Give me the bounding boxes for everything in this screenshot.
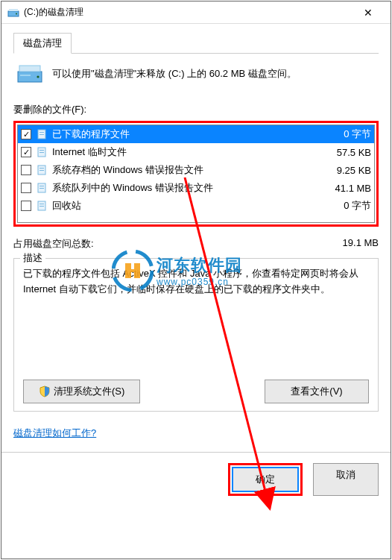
description-group: 描述 已下载的程序文件包括 ActiveX 控件和 Java 小程序，你查看特定… <box>13 258 379 412</box>
tab-strip: 磁盘清理 <box>13 33 379 54</box>
description-text: 已下载的程序文件包括 ActiveX 控件和 Java 小程序，你查看特定网页时… <box>23 266 369 298</box>
file-icon <box>36 164 48 176</box>
file-list[interactable]: ✓已下载的程序文件0 字节✓Internet 临时文件57.5 KB系统存档的 … <box>17 125 375 223</box>
drive-icon <box>7 7 19 19</box>
file-name: 系统存档的 Windows 错误报告文件 <box>52 163 319 177</box>
svg-rect-4 <box>19 66 40 72</box>
ok-button[interactable]: 确定 <box>232 467 299 492</box>
description-legend: 描述 <box>20 251 45 265</box>
file-size: 0 字节 <box>319 199 371 213</box>
view-files-button[interactable]: 查看文件(V) <box>265 380 369 403</box>
svg-rect-1 <box>9 9 18 11</box>
files-label: 要删除的文件(F): <box>13 103 379 116</box>
total-label: 占用磁盘空间总数: <box>13 237 94 251</box>
drive-large-icon <box>16 63 43 85</box>
svg-rect-14 <box>39 168 44 169</box>
svg-rect-18 <box>39 188 44 189</box>
clean-system-files-button[interactable]: 清理系统文件(S) <box>23 380 140 403</box>
file-size: 57.5 KB <box>319 147 371 158</box>
svg-rect-20 <box>39 204 44 204</box>
checkbox[interactable] <box>21 183 31 193</box>
mid-buttons: 清理系统文件(S) 查看文件(V) <box>23 380 369 403</box>
info-row: 可以使用"磁盘清理"来释放 (C:) 上的 60.2 MB 磁盘空间。 <box>16 63 379 85</box>
svg-rect-8 <box>39 132 44 133</box>
file-size: 0 字节 <box>319 128 371 141</box>
ok-highlight: 确定 <box>228 463 303 496</box>
tab-disk-cleanup[interactable]: 磁盘清理 <box>13 33 72 54</box>
how-it-works-link[interactable]: 磁盘清理如何工作? <box>13 427 96 440</box>
checkbox[interactable]: ✓ <box>21 147 31 157</box>
footer: 确定 取消 <box>1 452 391 506</box>
clean-button-label: 清理系统文件(S) <box>54 385 124 398</box>
filelist-highlight: ✓已下载的程序文件0 字节✓Internet 临时文件57.5 KB系统存档的 … <box>13 121 379 227</box>
svg-rect-17 <box>39 186 44 186</box>
svg-point-2 <box>16 13 17 14</box>
file-icon <box>36 200 48 212</box>
svg-rect-6 <box>20 75 31 76</box>
checkbox[interactable]: ✓ <box>21 129 31 139</box>
checkbox[interactable] <box>21 165 31 175</box>
window-title: (C:)的磁盘清理 <box>24 6 351 19</box>
svg-rect-15 <box>39 170 44 171</box>
close-button[interactable]: ✕ <box>351 1 385 23</box>
svg-point-5 <box>37 75 39 78</box>
file-name: Internet 临时文件 <box>52 145 319 159</box>
file-row[interactable]: ✓已下载的程序文件0 字节 <box>18 125 374 143</box>
file-icon <box>36 182 48 194</box>
file-row[interactable]: 回收站0 字节 <box>18 197 374 215</box>
info-text: 可以使用"磁盘清理"来释放 (C:) 上的 60.2 MB 磁盘空间。 <box>52 67 297 81</box>
file-size: 9.25 KB <box>319 165 371 176</box>
checkbox[interactable] <box>21 201 31 211</box>
file-size: 41.1 MB <box>319 183 371 194</box>
file-icon <box>36 128 48 140</box>
shield-icon <box>39 386 51 397</box>
totals-row: 占用磁盘空间总数: 19.1 MB <box>13 237 379 251</box>
svg-rect-11 <box>39 150 44 151</box>
file-name: 已下载的程序文件 <box>52 128 319 141</box>
file-icon <box>36 146 48 158</box>
file-row[interactable]: ✓Internet 临时文件57.5 KB <box>18 143 374 161</box>
disk-cleanup-window: (C:)的磁盘清理 ✕ 磁盘清理 可以使用"磁盘清理"来释放 (C:) 上的 6… <box>1 1 391 559</box>
total-value: 19.1 MB <box>343 237 379 251</box>
svg-rect-21 <box>39 206 44 207</box>
view-button-label: 查看文件(V) <box>291 385 342 398</box>
content-area: 磁盘清理 可以使用"磁盘清理"来释放 (C:) 上的 60.2 MB 磁盘空间。… <box>1 24 391 452</box>
file-name: 系统队列中的 Windows 错误报告文件 <box>52 181 319 195</box>
file-name: 回收站 <box>52 199 319 213</box>
svg-rect-9 <box>39 134 44 135</box>
file-row[interactable]: 系统存档的 Windows 错误报告文件9.25 KB <box>18 161 374 179</box>
file-row[interactable]: 系统队列中的 Windows 错误报告文件41.1 MB <box>18 179 374 197</box>
titlebar: (C:)的磁盘清理 ✕ <box>1 1 391 24</box>
cancel-button[interactable]: 取消 <box>313 463 379 496</box>
svg-rect-12 <box>39 152 44 153</box>
